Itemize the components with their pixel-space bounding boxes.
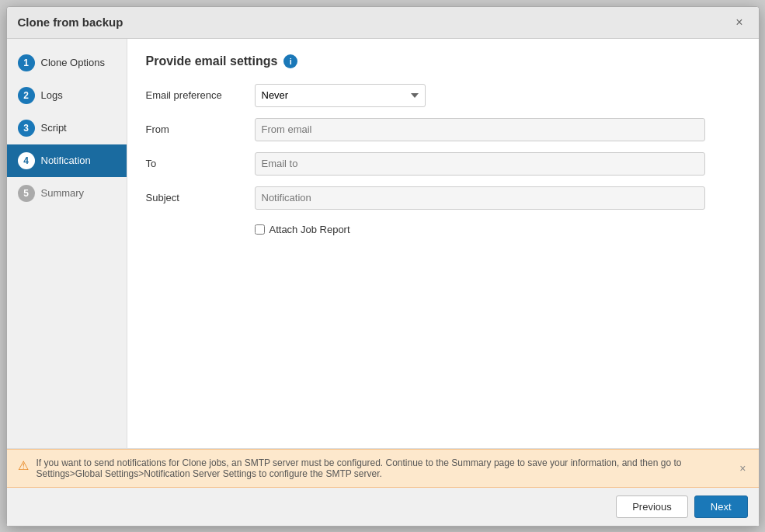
to-label: To <box>146 158 255 169</box>
subject-row: Subject <box>146 186 740 210</box>
attach-job-report-row: Attach Job Report <box>255 224 740 235</box>
to-row: To <box>146 152 740 176</box>
email-preference-label: Email preference <box>146 89 255 101</box>
previous-button[interactable]: Previous <box>616 495 688 518</box>
email-preference-select[interactable]: Never Always On Failure On Success <box>255 84 426 107</box>
from-row: From <box>146 118 740 141</box>
from-label: From <box>146 123 255 135</box>
section-title-row: Provide email settings i <box>146 54 740 68</box>
warning-bar: ⚠ If you want to send notifications for … <box>7 449 759 488</box>
step-num-1: 1 <box>18 54 35 71</box>
clone-from-backup-dialog: Clone from backup × 1 Clone Options 2 Lo… <box>6 6 760 527</box>
sidebar-item-label-clone-options: Clone Options <box>41 57 105 68</box>
next-button[interactable]: Next <box>694 495 748 518</box>
email-preference-row: Email preference Never Always On Failure… <box>146 84 740 107</box>
from-input[interactable] <box>255 118 705 141</box>
dialog-title: Clone from backup <box>18 16 123 29</box>
button-row: Previous Next <box>7 488 759 526</box>
warning-icon: ⚠ <box>18 458 29 473</box>
warning-message: If you want to send notifications for Cl… <box>37 457 748 479</box>
sidebar-item-summary[interactable]: 5 Summary <box>7 177 127 210</box>
step-num-2: 2 <box>18 87 35 104</box>
info-icon[interactable]: i <box>283 54 297 68</box>
subject-label: Subject <box>146 192 255 203</box>
sidebar-item-label-logs: Logs <box>41 89 63 101</box>
attach-job-report-checkbox[interactable] <box>255 224 265 235</box>
sidebar-item-script[interactable]: 3 Script <box>7 112 127 144</box>
sidebar-item-label-notification: Notification <box>41 155 91 166</box>
subject-input[interactable] <box>255 186 705 210</box>
sidebar-item-notification[interactable]: 4 Notification <box>7 144 127 177</box>
sidebar: 1 Clone Options 2 Logs 3 Script 4 Notifi… <box>7 39 127 448</box>
section-title-text: Provide email settings <box>146 54 278 68</box>
sidebar-item-clone-options[interactable]: 1 Clone Options <box>7 47 127 79</box>
to-input[interactable] <box>255 152 705 176</box>
attach-job-report-label[interactable]: Attach Job Report <box>269 224 350 235</box>
warning-close-button[interactable]: × <box>735 461 750 476</box>
main-content: Provide email settings i Email preferenc… <box>127 39 759 448</box>
step-num-3: 3 <box>18 120 35 137</box>
sidebar-item-logs[interactable]: 2 Logs <box>7 79 127 112</box>
close-button[interactable]: × <box>731 15 747 30</box>
sidebar-item-label-script: Script <box>41 122 67 134</box>
sidebar-item-label-summary: Summary <box>41 187 85 199</box>
step-num-5: 5 <box>18 185 35 202</box>
step-num-4: 4 <box>18 152 35 169</box>
dialog-header: Clone from backup × <box>7 7 759 39</box>
dialog-footer: ⚠ If you want to send notifications for … <box>7 448 759 526</box>
dialog-body: 1 Clone Options 2 Logs 3 Script 4 Notifi… <box>7 39 759 448</box>
